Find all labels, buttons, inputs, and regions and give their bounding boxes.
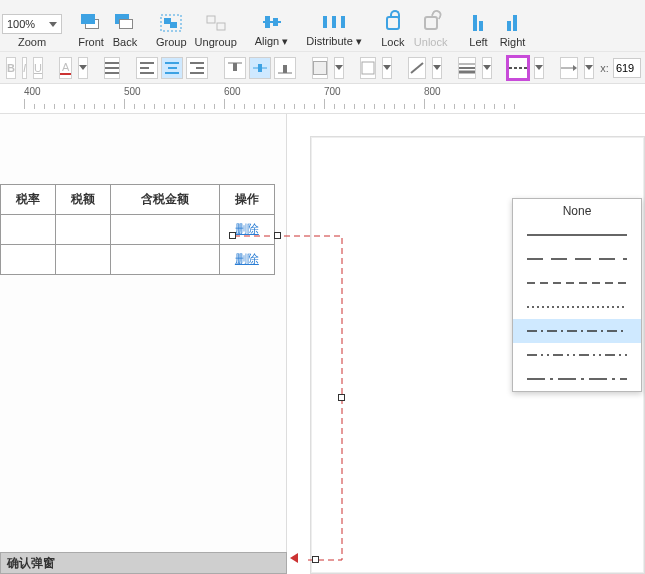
svg-rect-9 bbox=[332, 16, 336, 28]
chevron-down-icon bbox=[49, 22, 57, 27]
ruler-mark: 500 bbox=[124, 86, 141, 97]
arrow-style-caret[interactable] bbox=[584, 57, 594, 79]
valign-bottom-button[interactable] bbox=[274, 57, 296, 79]
svg-rect-4 bbox=[217, 23, 225, 30]
ruler-mark: 600 bbox=[224, 86, 241, 97]
line-style-long-dash[interactable] bbox=[513, 247, 641, 271]
svg-rect-14 bbox=[258, 64, 262, 72]
lock-button[interactable]: Lock bbox=[380, 12, 406, 51]
align-right-button[interactable]: Right bbox=[499, 12, 525, 51]
handle-mid1[interactable] bbox=[274, 232, 281, 239]
ruler-mark: 700 bbox=[324, 86, 341, 97]
dialog-title-bar[interactable]: 确认弹窗 bbox=[0, 552, 287, 574]
svg-rect-17 bbox=[362, 62, 374, 74]
svg-rect-1 bbox=[164, 18, 171, 24]
font-color-button[interactable]: A bbox=[59, 57, 72, 79]
font-color-caret[interactable] bbox=[78, 57, 88, 79]
distribute-icon bbox=[321, 11, 347, 33]
italic-button[interactable]: I bbox=[22, 57, 27, 79]
border-button[interactable] bbox=[360, 57, 376, 79]
ruler-mark: 400 bbox=[24, 86, 41, 97]
format-toolbar: B I U A x: bbox=[0, 52, 645, 84]
table-row: 删除 bbox=[1, 245, 275, 275]
horizontal-ruler: 400500600700800 bbox=[0, 84, 645, 114]
zoom-value: 100% bbox=[7, 18, 35, 30]
svg-rect-12 bbox=[233, 63, 237, 71]
bring-front-icon bbox=[81, 14, 101, 32]
line-style-button[interactable] bbox=[508, 57, 528, 79]
line-style-solid[interactable] bbox=[513, 223, 641, 247]
canvas[interactable]: 税率税额含税金额操作 删除删除 确认弹窗 None bbox=[0, 114, 645, 574]
align-button[interactable]: Align ▾ bbox=[255, 11, 289, 51]
group-icon bbox=[158, 12, 184, 34]
text-align-left-button[interactable] bbox=[136, 57, 158, 79]
bold-button[interactable]: B bbox=[6, 57, 16, 79]
line-style-medium-dash[interactable] bbox=[513, 271, 641, 295]
text-align-right-button[interactable] bbox=[186, 57, 208, 79]
svg-rect-7 bbox=[273, 18, 278, 26]
left-page: 税率税额含税金额操作 删除删除 确认弹窗 bbox=[0, 114, 287, 574]
fill-button[interactable] bbox=[312, 57, 328, 79]
svg-rect-6 bbox=[265, 16, 270, 28]
line-style-none[interactable]: None bbox=[513, 199, 641, 223]
text-align-blank[interactable] bbox=[104, 57, 120, 79]
handle-mid3[interactable] bbox=[312, 556, 319, 563]
unlock-button[interactable]: Unlock bbox=[414, 12, 448, 51]
table-header: 税率 bbox=[1, 185, 56, 215]
line-style-caret[interactable] bbox=[534, 57, 544, 79]
distribute-button[interactable]: Distribute ▾ bbox=[306, 11, 362, 51]
table-row: 删除 bbox=[1, 215, 275, 245]
align-right-icon bbox=[507, 15, 517, 31]
fill-icon bbox=[313, 61, 327, 75]
line-color-button[interactable] bbox=[408, 57, 426, 79]
table-header: 税额 bbox=[56, 185, 111, 215]
ungroup-icon bbox=[203, 12, 229, 34]
group-button[interactable]: Group bbox=[156, 12, 187, 51]
line-weight-caret[interactable] bbox=[482, 57, 492, 79]
svg-rect-16 bbox=[283, 65, 287, 73]
line-style-dash-dot[interactable] bbox=[513, 319, 641, 343]
line-style-dot[interactable] bbox=[513, 295, 641, 319]
line-weight-button[interactable] bbox=[458, 57, 476, 79]
svg-rect-8 bbox=[323, 16, 327, 28]
svg-rect-3 bbox=[207, 16, 215, 23]
underline-button[interactable]: U bbox=[33, 57, 43, 79]
svg-rect-2 bbox=[170, 22, 177, 28]
line-style-dropdown: None bbox=[512, 198, 642, 392]
table-header: 操作 bbox=[219, 185, 274, 215]
delete-link[interactable]: 删除 bbox=[235, 252, 259, 266]
fill-caret[interactable] bbox=[334, 57, 344, 79]
lock-icon bbox=[386, 16, 400, 30]
line-color-caret[interactable] bbox=[432, 57, 442, 79]
handle-mid2[interactable] bbox=[338, 394, 345, 401]
line-style-long-dash-dot[interactable] bbox=[513, 367, 641, 391]
front-button[interactable]: Front bbox=[78, 12, 104, 51]
main-toolbar: 100% Zoom Front Back Group Ungroup Align… bbox=[0, 0, 645, 52]
zoom-select[interactable]: 100% bbox=[2, 14, 62, 34]
x-label: x: bbox=[600, 62, 609, 74]
align-icon bbox=[259, 11, 285, 33]
valign-middle-button[interactable] bbox=[249, 57, 271, 79]
handle-start[interactable] bbox=[229, 232, 236, 239]
ruler-mark: 800 bbox=[424, 86, 441, 97]
zoom-label: Zoom bbox=[18, 36, 46, 48]
send-back-icon bbox=[115, 14, 135, 32]
table-header: 含税金额 bbox=[111, 185, 219, 215]
ungroup-button[interactable]: Ungroup bbox=[195, 12, 237, 51]
text-align-center-button[interactable] bbox=[161, 57, 183, 79]
svg-rect-10 bbox=[341, 16, 345, 28]
align-left-icon bbox=[473, 15, 483, 31]
unlock-icon bbox=[424, 16, 438, 30]
border-caret[interactable] bbox=[382, 57, 392, 79]
x-input[interactable] bbox=[613, 58, 641, 78]
align-left-button[interactable]: Left bbox=[465, 12, 491, 51]
valign-top-button[interactable] bbox=[224, 57, 246, 79]
line-style-dash-dot-dot[interactable] bbox=[513, 343, 641, 367]
data-table: 税率税额含税金额操作 删除删除 bbox=[0, 184, 275, 275]
arrow-style-button[interactable] bbox=[560, 57, 578, 79]
delete-link[interactable]: 删除 bbox=[235, 222, 259, 236]
back-button[interactable]: Back bbox=[112, 12, 138, 51]
arrow-end-icon bbox=[290, 553, 298, 563]
